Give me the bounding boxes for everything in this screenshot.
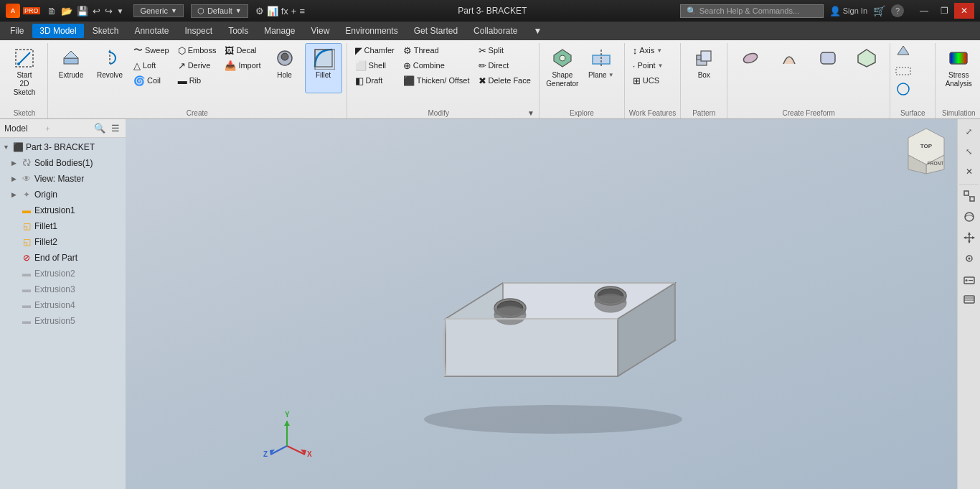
tree-item-extrusion5[interactable]: ▶ ▬ Extrusion5 xyxy=(0,313,126,329)
restore-panel-button[interactable]: ⤡ xyxy=(960,142,979,161)
point-icon: · xyxy=(633,60,636,71)
ucs-icon: ⊞ xyxy=(633,75,641,86)
quick-access-toolbar: 🗎 📂 💾 ↩ ↪ ▼ xyxy=(47,6,124,17)
modify-dropdown[interactable]: ▼ xyxy=(527,109,534,117)
freeform4-button[interactable] xyxy=(848,43,885,93)
tree-item-extrusion1[interactable]: ▶ ▬ Extrusion1 xyxy=(0,202,126,218)
menu-annotate[interactable]: Annotate xyxy=(127,24,176,38)
pan-button[interactable] xyxy=(960,228,979,247)
tree-item-extrusion2[interactable]: ▶ ▬ Extrusion2 xyxy=(0,266,126,281)
tree-toggle-root[interactable]: ▼ xyxy=(3,144,10,151)
simulation-group-content: StressAnalysis xyxy=(940,43,977,108)
point-button[interactable]: ·Point ▼ xyxy=(629,58,667,73)
menu-tools[interactable]: Tools xyxy=(221,24,255,38)
shape-generator-button[interactable]: ShapeGenerator xyxy=(544,43,581,93)
panel-tab-model[interactable]: Model xyxy=(4,124,41,134)
menu-file[interactable]: File xyxy=(3,24,31,38)
box-button[interactable]: Box xyxy=(685,43,722,93)
sign-in-button[interactable]: 👤 Sign In xyxy=(829,6,867,17)
tree-item-view-master[interactable]: ▶ 👁 View: Master xyxy=(0,171,126,187)
maximize-button[interactable]: ❐ xyxy=(934,3,954,19)
sweep-button[interactable]: 〜Sweep xyxy=(130,43,173,57)
fillet-button[interactable]: Fillet xyxy=(305,43,342,93)
direct-button[interactable]: ✏Direct xyxy=(475,58,534,73)
tree-item-root[interactable]: ▼ ⬛ Part 3- BRACKET xyxy=(0,139,126,155)
freeform2-button[interactable] xyxy=(771,43,808,93)
ucs-button[interactable]: ⊞UCS xyxy=(629,73,667,88)
unit-selector[interactable]: ⬡Default▼ xyxy=(191,4,248,18)
combine-button[interactable]: ⊕Combine xyxy=(400,58,473,73)
freeform3-button[interactable] xyxy=(809,43,847,93)
split-button[interactable]: ✂Split xyxy=(475,43,534,57)
menu-view[interactable]: View xyxy=(304,24,337,38)
panel-tab-plus[interactable]: + xyxy=(45,124,50,133)
new-button[interactable]: 🗎 xyxy=(47,6,57,17)
ribbon-group-simulation: StressAnalysis Simulation xyxy=(936,43,980,118)
shell-button[interactable]: ⬜Shell xyxy=(352,58,398,73)
panel-search-icon[interactable]: 🔍 xyxy=(93,121,107,135)
menu-sketch[interactable]: Sketch xyxy=(85,24,126,38)
thicken-button[interactable]: ⬛Thicken/ Offset xyxy=(400,73,473,88)
menu-3d-model[interactable]: 3D Model xyxy=(32,24,83,38)
delete-face-button[interactable]: ✖Delete Face xyxy=(475,73,534,88)
viewcube[interactable]: TOP FRONT xyxy=(901,125,951,175)
help-icon[interactable]: 🛒 xyxy=(873,5,885,17)
appearance-button[interactable] xyxy=(960,270,979,289)
zoom-to-fit-button[interactable] xyxy=(960,187,979,205)
rib-button[interactable]: ▬Rib xyxy=(174,73,220,88)
tree-item-origin[interactable]: ▶ ✦ Origin xyxy=(0,187,126,202)
tree-label-fillet1: Fillet1 xyxy=(34,221,57,231)
chamfer-button[interactable]: ◤Chamfer xyxy=(352,43,398,57)
tree-item-extrusion4[interactable]: ▶ ▬ Extrusion4 xyxy=(0,297,126,313)
tree-item-extrusion3[interactable]: ▶ ▬ Extrusion3 xyxy=(0,281,126,297)
orbit-button[interactable] xyxy=(960,208,979,226)
tree-item-fillet1[interactable]: ▶ ◱ Fillet1 xyxy=(0,218,126,234)
tree-toggle-solid[interactable]: ▶ xyxy=(11,159,19,167)
revolve-button[interactable]: Revolve xyxy=(91,43,128,93)
start-2d-sketch-button[interactable]: Start2D Sketch xyxy=(6,43,43,93)
save-button[interactable]: 💾 xyxy=(77,6,88,17)
hole-button[interactable]: Hole xyxy=(266,43,303,93)
open-button[interactable]: 📂 xyxy=(61,6,72,17)
tree-toggle-origin[interactable]: ▶ xyxy=(11,191,19,198)
menu-environments[interactable]: Environments xyxy=(338,24,405,38)
emboss-button[interactable]: ⬡Emboss xyxy=(174,43,220,57)
extrude-button[interactable]: Extrude xyxy=(52,43,90,93)
menu-manage[interactable]: Manage xyxy=(257,24,302,38)
search-box[interactable]: 🔍 Search Help & Commands... xyxy=(680,4,824,18)
tree-item-end-of-part[interactable]: ▶ ⊘ End of Part xyxy=(0,250,126,266)
tree-item-fillet2[interactable]: ▶ ◱ Fillet2 xyxy=(0,234,126,250)
thread-button[interactable]: ⚙Thread xyxy=(400,43,473,57)
axis-button[interactable]: ↕Axis ▼ xyxy=(629,43,667,57)
stress-analysis-button[interactable]: StressAnalysis xyxy=(940,43,977,93)
look-at-button[interactable] xyxy=(960,249,979,268)
draft-button[interactable]: ◧Draft xyxy=(352,73,398,88)
menu-inspect[interactable]: Inspect xyxy=(177,24,220,38)
panel-menu-icon[interactable]: ☰ xyxy=(110,121,121,135)
viewport[interactable]: TOP FRONT xyxy=(126,119,980,489)
mode-selector[interactable]: Generic▼ xyxy=(133,4,183,17)
tree-toggle-view[interactable]: ▶ xyxy=(11,175,19,182)
undo-button[interactable]: ↩ xyxy=(93,6,100,17)
maximize-panel-button[interactable]: ⤢ xyxy=(960,122,979,141)
tree-item-solid-bodies[interactable]: ▶ 🗘 Solid Bodies(1) xyxy=(0,155,126,171)
import-button[interactable]: 📥Import xyxy=(221,58,264,73)
settings-button[interactable] xyxy=(960,291,979,309)
menu-more[interactable]: ▼ xyxy=(526,24,549,38)
freeform1-button[interactable] xyxy=(732,43,769,93)
svg-point-8 xyxy=(281,53,288,60)
menu-get-started[interactable]: Get Started xyxy=(407,24,465,38)
help-q-icon[interactable]: ? xyxy=(891,4,904,17)
decal-button[interactable]: 🖼Decal xyxy=(221,43,264,57)
coil-button[interactable]: 🌀Coil xyxy=(130,73,173,88)
plane-button[interactable]: Plane ▼ xyxy=(583,43,620,93)
derive-button[interactable]: ↗Derive xyxy=(174,58,220,73)
close-button[interactable]: ✕ xyxy=(954,3,974,19)
menu-collaborate[interactable]: Collaborate xyxy=(466,24,524,38)
close-panel-button[interactable]: ✕ xyxy=(960,162,979,181)
loft-button[interactable]: △Loft xyxy=(130,58,173,73)
minimize-button[interactable]: — xyxy=(914,3,934,19)
redo-button[interactable]: ↪ xyxy=(105,6,113,17)
qa-dropdown[interactable]: ▼ xyxy=(117,7,124,15)
ribbon: Start2D Sketch Sketch Extrude xyxy=(0,40,980,119)
